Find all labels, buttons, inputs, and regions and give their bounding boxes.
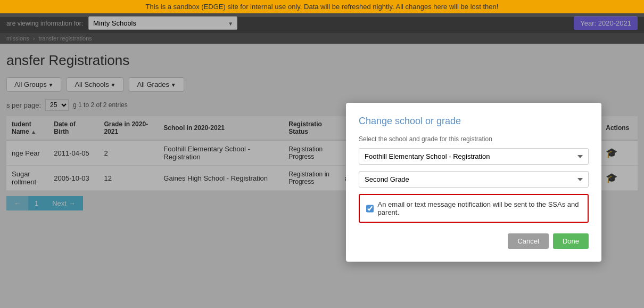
modal-overlay: Change school or grade Select the school…: [0, 17, 644, 308]
modal-grade-wrapper: Second Grade: [359, 171, 589, 194]
notification-checkbox-row: An email or text message notification wi…: [359, 194, 589, 223]
sandbox-banner: This is a sandbox (EDGE) site for intern…: [0, 0, 644, 13]
modal-grade-select[interactable]: Second Grade: [359, 171, 589, 188]
modal-title: Change school or grade: [359, 116, 589, 127]
cancel-button[interactable]: Cancel: [508, 233, 548, 249]
modal-school-select[interactable]: Foothill Elementary School - Registratio…: [359, 148, 589, 165]
notification-label: An email or text message notification wi…: [378, 200, 581, 216]
modal-subtitle: Select the school and grade for this reg…: [359, 135, 589, 143]
page-content: ansfer Registrations All Groups All Scho…: [0, 44, 644, 219]
modal-actions: Cancel Done: [359, 233, 589, 249]
modal-dialog: Change school or grade Select the school…: [346, 103, 601, 262]
notification-checkbox[interactable]: [366, 205, 374, 213]
modal-school-wrapper: Foothill Elementary School - Registratio…: [359, 148, 589, 171]
done-button[interactable]: Done: [553, 233, 589, 249]
